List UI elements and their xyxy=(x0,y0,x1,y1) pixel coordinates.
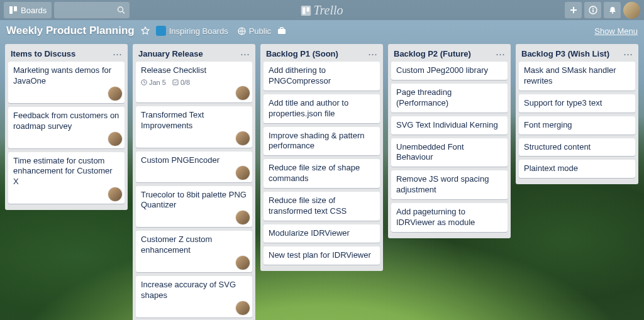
star-icon xyxy=(141,26,150,35)
card[interactable]: Reduce file size of transformed text CSS xyxy=(264,192,380,221)
list-title[interactable]: Backlog P1 (Soon) xyxy=(266,49,368,58)
list-title[interactable]: Items to Discuss xyxy=(11,49,113,58)
svg-rect-0 xyxy=(9,6,13,14)
list: Backlog P2 (Future)⋯Custom JPeg2000 libr… xyxy=(388,44,511,238)
search-icon xyxy=(117,6,125,14)
list: Backlog P1 (Soon)⋯Add dithering to PNGCo… xyxy=(260,44,383,271)
search-input[interactable] xyxy=(54,2,130,18)
card-member-avatar[interactable] xyxy=(108,132,122,146)
list-header: Backlog P2 (Future)⋯ xyxy=(391,48,508,62)
card[interactable]: Support for type3 text xyxy=(519,94,635,113)
card[interactable]: SVG Text Individual Kerning xyxy=(391,116,508,135)
show-menu-button[interactable]: Show Menu xyxy=(594,26,638,36)
card-title: Plaintext mode xyxy=(524,163,630,174)
card-member-avatar[interactable] xyxy=(236,131,250,145)
user-avatar[interactable] xyxy=(623,2,640,19)
card-member-avatar[interactable] xyxy=(236,211,250,224)
card-member-avatar[interactable] xyxy=(108,87,122,101)
svg-rect-6 xyxy=(306,7,309,11)
list-title[interactable]: January Release xyxy=(138,49,240,58)
card[interactable]: Add pageturning to IDRViewer as module xyxy=(391,203,508,232)
visibility-button[interactable]: Public xyxy=(238,26,271,36)
list: Items to Discuss⋯Marketing wants demos f… xyxy=(5,44,128,210)
card-title: Custom PNGEncoder xyxy=(141,155,247,166)
trello-logo-icon xyxy=(301,6,311,16)
card-member-avatar[interactable] xyxy=(108,187,122,201)
team-button[interactable]: Inspiring Boards xyxy=(156,26,231,36)
card[interactable]: New test plan for IDRViewer xyxy=(264,246,380,265)
globe-icon xyxy=(238,27,246,35)
list-menu-button[interactable]: ⋯ xyxy=(368,52,377,57)
list-menu-button[interactable]: ⋯ xyxy=(113,52,122,57)
card[interactable]: Structured content xyxy=(519,138,635,157)
card-title: Transformed Text Improvements xyxy=(141,110,247,131)
card-title: Add title and author to properties.json … xyxy=(269,98,375,119)
card[interactable]: Add title and author to properties.json … xyxy=(264,94,380,123)
svg-rect-9 xyxy=(592,9,594,13)
card-title: Increase accuracy of SVG shapes xyxy=(141,280,247,301)
svg-point-2 xyxy=(118,7,123,12)
card-member-avatar[interactable] xyxy=(236,256,250,270)
card-member-avatar[interactable] xyxy=(236,166,250,180)
list-header: Backlog P3 (Wish List)⋯ xyxy=(519,48,635,62)
card-title: Improve shading & pattern performance xyxy=(269,131,375,152)
svg-rect-13 xyxy=(280,28,284,30)
card[interactable]: Add dithering to PNGCompressor xyxy=(264,62,380,91)
boards-icon xyxy=(9,6,18,14)
due-date-badge: Jan 5 xyxy=(141,79,166,86)
clock-icon xyxy=(141,79,147,86)
card[interactable]: Release ChecklistJan 50/8 xyxy=(136,62,252,102)
create-button[interactable] xyxy=(565,2,582,18)
card[interactable]: Time estimate for custom enhancement for… xyxy=(8,152,125,204)
list: Backlog P3 (Wish List)⋯Mask and SMask ha… xyxy=(516,44,638,184)
app-header: Boards Trello xyxy=(0,0,644,20)
card[interactable]: Mask and SMask handler rewrites xyxy=(519,62,635,91)
card[interactable]: Marketing wants demos for JavaOne xyxy=(8,62,125,103)
card-member-avatar[interactable] xyxy=(236,301,250,315)
card[interactable]: Unembedded Font Behaviour xyxy=(391,138,508,167)
card-title: Reduce file size of shape commands xyxy=(269,163,375,184)
brand-logo[interactable]: Trello xyxy=(301,3,343,18)
card[interactable]: Plaintext mode xyxy=(519,160,635,178)
card[interactable]: Customer Z custom enhancement xyxy=(136,231,252,272)
card-title: Support for type3 text xyxy=(524,98,630,109)
card-title: Modularize IDRViewer xyxy=(269,228,375,239)
card-title: New test plan for IDRViewer xyxy=(269,250,375,261)
card-title: Add pageturning to IDRViewer as module xyxy=(396,207,502,228)
checklist-icon xyxy=(172,79,179,86)
boards-button-label: Boards xyxy=(21,6,47,15)
notifications-button[interactable] xyxy=(604,2,621,18)
card[interactable]: Transformed Text Improvements xyxy=(136,106,252,148)
card[interactable]: Increase accuracy of SVG shapes xyxy=(136,276,252,317)
card[interactable]: Feedback from customers on roadmap surve… xyxy=(8,107,125,148)
card[interactable]: Truecolor to 8bit palette PNG Quantizer xyxy=(136,186,252,228)
card[interactable]: Remove JS word spacing adjustment xyxy=(391,170,508,199)
card[interactable]: Reduce file size of shape commands xyxy=(264,159,380,188)
card-title: Custom JPeg2000 library xyxy=(396,65,502,76)
card[interactable]: Modularize IDRViewer xyxy=(264,224,380,243)
card-title: Reduce file size of transformed text CSS xyxy=(269,196,375,217)
card-title: Add dithering to PNGCompressor xyxy=(269,65,375,87)
card[interactable]: Improve shading & pattern performance xyxy=(264,127,380,156)
list-menu-button[interactable]: ⋯ xyxy=(240,52,250,57)
svg-point-8 xyxy=(592,8,594,9)
board-title[interactable]: Weekly Product Planning xyxy=(6,25,135,37)
list-header: Items to Discuss⋯ xyxy=(8,48,125,62)
card-title: Remove JS word spacing adjustment xyxy=(396,174,502,196)
card-title: Truecolor to 8bit palette PNG Quantizer xyxy=(141,190,247,211)
card[interactable]: Custom PNGEncoder xyxy=(136,152,252,182)
list-title[interactable]: Backlog P3 (Wish List) xyxy=(521,49,623,58)
card[interactable]: Font merging xyxy=(519,116,635,135)
list-menu-button[interactable]: ⋯ xyxy=(623,52,633,57)
info-button[interactable] xyxy=(584,2,601,18)
list-title[interactable]: Backlog P2 (Future) xyxy=(394,49,496,58)
card[interactable]: Page threading (Performance) xyxy=(391,84,508,113)
attachments-button[interactable] xyxy=(277,27,286,35)
svg-rect-4 xyxy=(301,6,311,16)
star-button[interactable] xyxy=(141,26,150,35)
boards-button[interactable]: Boards xyxy=(4,2,52,18)
card[interactable]: Custom JPeg2000 library xyxy=(391,62,508,80)
card-member-avatar[interactable] xyxy=(236,86,250,100)
card-title: Unembedded Font Behaviour xyxy=(396,142,502,163)
list-menu-button[interactable]: ⋯ xyxy=(496,52,505,57)
